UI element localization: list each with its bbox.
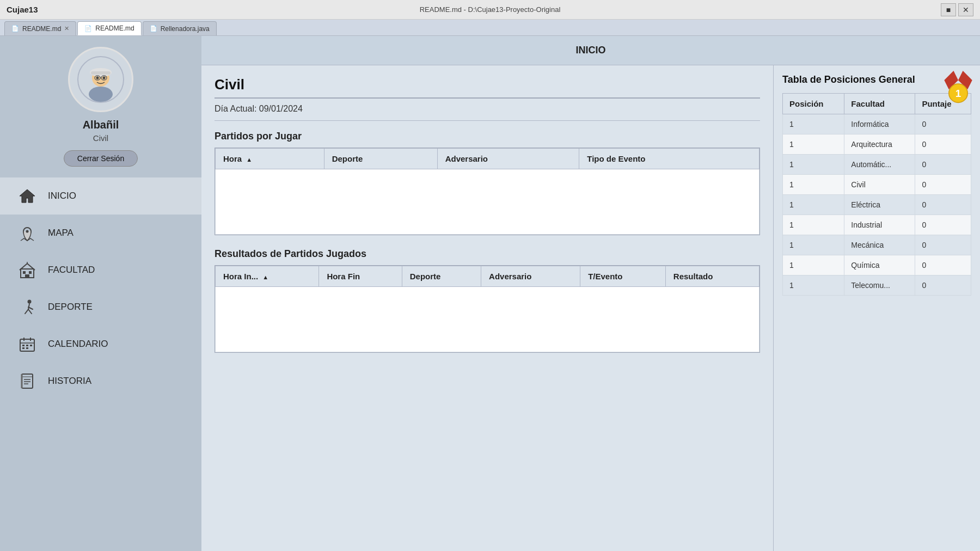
rank-position: 1 (783, 276, 844, 296)
app-title: Cujae13 (7, 5, 38, 14)
content-header: INICIO (201, 36, 980, 65)
svg-rect-4 (91, 71, 111, 75)
sidebar-item-deporte[interactable]: DEPORTE (0, 289, 201, 326)
main-content: Civil Día Actual: 09/01/2024 Partidos po… (201, 65, 773, 551)
close-button[interactable]: ✕ (958, 3, 973, 16)
svg-point-17 (28, 300, 32, 304)
rankings-row: 1 Automátic... 0 (783, 155, 971, 175)
home-icon (16, 185, 38, 207)
faculty-header: Civil (215, 76, 760, 99)
rankings-row: 1 Eléctrica 0 (783, 195, 971, 215)
main-layout: Albañil Civil Cerrar Sesión INICIO (0, 36, 980, 551)
col-resultado[interactable]: Resultado (665, 266, 759, 287)
map-icon (16, 222, 38, 244)
rankings-row: 1 Mecánica 0 (783, 235, 971, 255)
tab-icon-2: 📄 (84, 25, 92, 32)
svg-rect-26 (26, 347, 28, 349)
rank-faculty: Mecánica (844, 235, 915, 255)
col-adversario-r[interactable]: Adversario (481, 266, 580, 287)
file-title: README.md - D:\Cujae13-Proyecto-Original (420, 5, 561, 14)
rank-points: 0 (915, 195, 971, 215)
svg-rect-25 (22, 347, 24, 349)
rankings-row: 1 Química 0 (783, 255, 971, 276)
rank-position: 1 (783, 195, 844, 215)
rank-faculty: Eléctrica (844, 195, 915, 215)
rank-position: 1 (783, 155, 844, 175)
rank-faculty: Química (844, 255, 915, 276)
nav-label-historia: HISTORIA (48, 376, 91, 387)
tab-label-1: README.md (22, 25, 61, 33)
rankings-row: 1 Informática 0 (783, 114, 971, 134)
rank-position: 1 (783, 114, 844, 134)
svg-rect-15 (25, 274, 29, 278)
tab-rellenadora[interactable]: 📄 Rellenadora.java (143, 21, 217, 35)
building-icon (16, 259, 38, 281)
tab-bar: 📄 README.md ✕ 📄 README.md 📄 Rellenadora.… (0, 20, 980, 36)
tab-label-3: Rellenadora.java (161, 25, 210, 33)
col-adversario[interactable]: Adversario (437, 149, 579, 169)
tab-label-2: README.md (95, 25, 134, 32)
col-hora-inicio[interactable]: Hora In... ▲ (216, 266, 319, 287)
content-area: INICIO Civil Día Actual: 09/01/2024 Part… (201, 36, 980, 551)
rankings-row: 1 Industrial 0 (783, 215, 971, 235)
faculty-title: Civil (215, 76, 760, 99)
tab-icon-1: 📄 (11, 25, 19, 32)
rank-points: 0 (915, 215, 971, 235)
rank-faculty: Informática (844, 114, 915, 134)
col-hora-fin[interactable]: Hora Fin (319, 266, 402, 287)
svg-rect-13 (23, 271, 26, 274)
rank-points: 0 (915, 155, 971, 175)
logout-button[interactable]: Cerrar Sesión (64, 150, 138, 167)
sidebar-item-facultad[interactable]: FACULTAD (0, 252, 201, 289)
rank-col-faculty: Facultad (844, 94, 915, 114)
col-hora[interactable]: Hora ▲ (216, 149, 324, 169)
nav-label-inicio: INICIO (48, 191, 76, 201)
calendar-icon (16, 333, 38, 355)
minimize-button[interactable]: ■ (941, 3, 956, 16)
rank-points: 0 (915, 114, 971, 134)
rank-position: 1 (783, 235, 844, 255)
col-tipo-evento[interactable]: Tipo de Evento (579, 149, 759, 169)
rank-points: 0 (915, 235, 971, 255)
tab-readme1[interactable]: 📄 README.md ✕ (4, 21, 76, 35)
svg-point-5 (96, 77, 99, 79)
window-controls: ■ ✕ (941, 3, 973, 16)
content-body: Civil Día Actual: 09/01/2024 Partidos po… (201, 65, 980, 551)
rankings-row: 1 Telecomu... 0 (783, 276, 971, 296)
tab-close-1[interactable]: ✕ (64, 25, 69, 32)
rankings-panel: 1 Tabla de Posiciones General Posición F… (773, 65, 980, 551)
sidebar-item-historia[interactable]: HISTORIA (0, 363, 201, 400)
sidebar-item-mapa[interactable]: MAPA (0, 215, 201, 252)
rank-faculty: Telecomu... (844, 276, 915, 296)
nav-label-facultad: FACULTAD (48, 265, 95, 276)
svg-rect-22 (22, 345, 24, 346)
svg-rect-14 (29, 271, 32, 274)
col-tevento[interactable]: T/Evento (580, 266, 666, 287)
col-deporte[interactable]: Deporte (324, 149, 437, 169)
svg-point-11 (26, 230, 29, 233)
nav-label-calendario: CALENDARIO (48, 339, 108, 350)
rank-points: 0 (915, 134, 971, 155)
svg-rect-23 (26, 345, 28, 346)
book-icon (16, 370, 38, 392)
rank-faculty: Arquitectura (844, 134, 915, 155)
rank-position: 1 (783, 215, 844, 235)
rank-position: 1 (783, 255, 844, 276)
rank-points: 0 (915, 276, 971, 296)
nav-label-mapa: MAPA (48, 228, 74, 238)
rank-points: 0 (915, 175, 971, 195)
rank-col-position: Posición (783, 94, 844, 114)
rankings-row: 1 Arquitectura 0 (783, 134, 971, 155)
rank-faculty: Industrial (844, 215, 915, 235)
tab-readme2[interactable]: 📄 README.md (77, 21, 141, 35)
rankings-row: 1 Civil 0 (783, 175, 971, 195)
col-deporte-r[interactable]: Deporte (402, 266, 481, 287)
sidebar-item-calendario[interactable]: CALENDARIO (0, 326, 201, 363)
title-bar: Cujae13 README.md - D:\Cujae13-Proyecto-… (0, 0, 980, 20)
svg-point-1 (89, 87, 113, 102)
nav-items: INICIO MAPA (0, 177, 201, 400)
results-table: Hora In... ▲ Hora Fin Deporte Adversario… (215, 266, 759, 352)
sidebar-item-inicio[interactable]: INICIO (0, 177, 201, 215)
upcoming-table: Hora ▲ Deporte Adversario Tipo de Evento (215, 148, 759, 235)
results-section-title: Resultados de Partidos Jugados (215, 248, 760, 260)
